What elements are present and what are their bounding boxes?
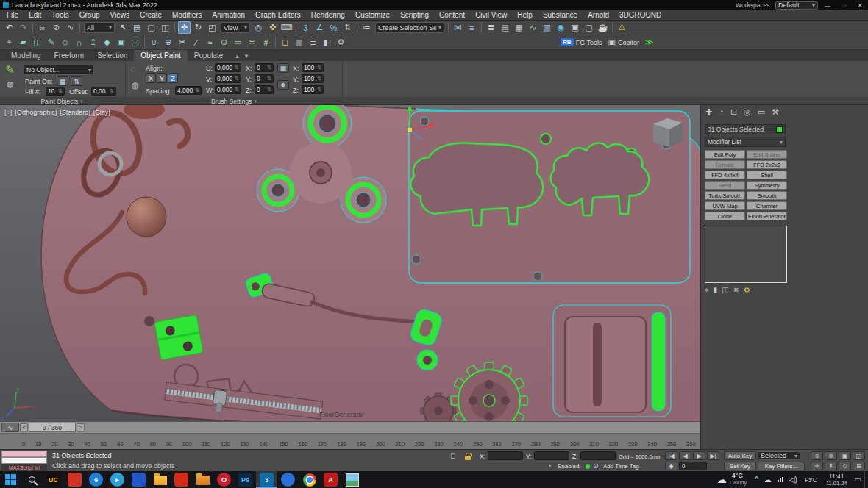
maximize-button[interactable]: □ xyxy=(836,0,852,10)
unlink-selection-icon[interactable]: ⊘ xyxy=(50,21,63,34)
paint-brush-icon[interactable]: ✎ xyxy=(5,63,15,76)
brush-settings-group-label[interactable]: Brush Settings xyxy=(127,97,341,105)
modifier-button-edit-spline[interactable]: Edit Spline xyxy=(747,150,787,159)
photoshop[interactable]: Ps xyxy=(235,471,256,488)
paint-on-grid-icon[interactable]: ▦ xyxy=(57,76,68,86)
cut-tool-icon[interactable]: ✂ xyxy=(176,36,188,49)
paint-on-spinner-icon[interactable]: ⇅ xyxy=(71,76,82,86)
hinge-plate[interactable] xyxy=(154,315,203,359)
spinner-snap-toggle-icon[interactable]: ⇅ xyxy=(341,21,354,34)
viewport-pov-menu[interactable]: [Orthographic] xyxy=(15,109,57,116)
ribbon-tab-freeform[interactable]: Freeform xyxy=(48,50,91,61)
spacing-field[interactable]: 4,000 xyxy=(175,86,202,95)
bind-to-space-warp-icon[interactable]: ∿ xyxy=(64,21,77,34)
network-icon[interactable] xyxy=(775,477,786,482)
weld-tool-icon[interactable]: ∪ xyxy=(148,36,160,49)
make-unique-icon[interactable]: ◫ xyxy=(722,286,728,295)
menu-3dground[interactable]: 3DGROUND xyxy=(614,11,666,19)
modifier-button-ffd-4x4x4[interactable]: FFD 4x4x4 xyxy=(705,171,745,179)
zoom-icon[interactable]: ⊕ xyxy=(811,451,823,460)
menu-edit[interactable]: Edit xyxy=(24,11,46,19)
toggle-scene-explorer-icon[interactable]: ≣ xyxy=(485,21,497,34)
snap-working-pivot-icon[interactable]: ⌖ xyxy=(3,36,15,49)
time-tag-icon[interactable]: ⊙ xyxy=(593,462,599,470)
minimize-button[interactable]: — xyxy=(819,0,836,10)
fill-count-field[interactable]: 10 xyxy=(46,87,65,96)
ribbon-tab-modeling[interactable]: Modeling xyxy=(4,50,48,61)
menu-views[interactable]: Views xyxy=(105,11,135,19)
menu-animation[interactable]: Animation xyxy=(207,11,250,19)
menu-help[interactable]: Help xyxy=(512,11,538,19)
show-end-result-icon[interactable]: ▮ xyxy=(714,286,718,295)
rendered-frame-window-icon[interactable]: ▢ xyxy=(583,21,595,34)
scale-x-field[interactable]: 100 xyxy=(302,63,324,72)
menu-tools[interactable]: Tools xyxy=(46,11,74,19)
named-views-icon[interactable]: ◧ xyxy=(321,36,333,49)
toy-cube[interactable] xyxy=(653,118,683,147)
modifier-button-smooth[interactable]: Smooth xyxy=(747,191,787,200)
edit-named-selection-sets-icon[interactable]: ≔ xyxy=(360,21,373,34)
display-floater-icon[interactable]: ▥ xyxy=(293,36,305,49)
viewport-general-menu[interactable]: [+] xyxy=(4,109,12,116)
modifier-button-symmetry[interactable]: Symmetry xyxy=(747,181,787,190)
curve-editor-icon[interactable]: ∿ xyxy=(527,21,539,34)
menu-group[interactable]: Group xyxy=(74,11,105,19)
3ds-max[interactable]: 3 xyxy=(256,471,277,488)
fill-mode-icon[interactable]: ◍ xyxy=(7,79,14,89)
mini-curve-editor-button[interactable]: ∿ xyxy=(1,423,19,432)
viewport-shading-menu[interactable]: [Standard] xyxy=(60,109,90,116)
hinge-pin[interactable] xyxy=(144,316,154,326)
copitor-button[interactable]: ▣Copitor xyxy=(608,37,639,47)
telegram[interactable]: ▸ xyxy=(107,471,128,488)
render-production-icon[interactable]: ☕ xyxy=(597,21,609,34)
toggle-ribbon-icon[interactable]: ▦ xyxy=(513,21,525,34)
maxscript-mini-input[interactable] xyxy=(1,451,47,457)
modifier-stack-list[interactable] xyxy=(705,226,787,283)
snaps-toggle-icon[interactable]: 3 xyxy=(299,21,312,34)
w-field[interactable]: 0,000 xyxy=(215,85,241,94)
time-slider[interactable]: 0 / 360 xyxy=(29,423,76,432)
clock[interactable]: 11:41 11.01.24 xyxy=(822,473,852,487)
selection-lock-toggle-icon[interactable] xyxy=(465,456,471,460)
warning-icon[interactable]: ⚠ xyxy=(616,21,628,34)
rot-z-field[interactable]: 0 xyxy=(255,85,274,94)
modifier-button-turbosmooth[interactable]: TurboSmooth xyxy=(705,191,745,200)
ribbon-minimize-icon[interactable]: ▴ xyxy=(235,52,239,60)
file-explorer[interactable] xyxy=(149,471,171,488)
modifier-button-bend[interactable]: Bend xyxy=(705,181,745,190)
render-setup-icon[interactable]: ▣ xyxy=(569,21,581,34)
dope-sheet-icon[interactable]: ▥ xyxy=(541,21,553,34)
isolate-selection-icon[interactable]: ◻ xyxy=(279,36,291,49)
brush-size-icon[interactable]: ◍ xyxy=(131,80,138,90)
inset-tool-icon[interactable]: ▣ xyxy=(115,36,127,49)
menu-modifiers[interactable]: Modifiers xyxy=(167,11,207,19)
menu-create[interactable]: Create xyxy=(135,11,167,19)
view-align-icon[interactable]: ≍ xyxy=(246,36,258,49)
menu-rendering[interactable]: Rendering xyxy=(306,11,350,19)
pan-view-icon[interactable]: ✛ xyxy=(811,462,823,470)
orbit-icon[interactable]: ↻ xyxy=(839,462,851,470)
menu-substance[interactable]: Substance xyxy=(538,11,583,19)
object-color-swatch[interactable] xyxy=(776,126,783,133)
workspaces-dropdown[interactable]: Default xyxy=(775,1,818,10)
hidden-icons-icon[interactable]: ^ xyxy=(752,476,761,484)
modifier-button-uvw-map[interactable]: UVW Map xyxy=(705,201,745,210)
motion-tab-icon[interactable]: ◎ xyxy=(744,107,751,117)
modifier-button-extrude[interactable]: Extrude xyxy=(705,160,745,169)
door-plate[interactable] xyxy=(553,305,671,417)
set-key-button[interactable]: Set Key xyxy=(724,462,756,470)
display-tab-icon[interactable]: ▭ xyxy=(758,107,765,117)
start-button[interactable] xyxy=(0,471,21,488)
utilities-tab-icon[interactable]: ⚒ xyxy=(772,107,779,117)
bridge-tool-icon[interactable]: ∩ xyxy=(73,36,85,49)
scale-y-field[interactable]: 100 xyxy=(302,74,324,83)
viewport-shading-mode[interactable]: [Clay] xyxy=(93,109,110,116)
menu-file[interactable]: File xyxy=(1,11,24,19)
show-desktop-button[interactable] xyxy=(864,471,868,488)
isolate-selection-toggle-icon[interactable]: ◻ xyxy=(450,452,455,459)
cloud-sync-icon[interactable]: ☁ xyxy=(761,476,775,484)
select-by-name-icon[interactable]: ▤ xyxy=(131,21,143,34)
selection-name-field[interactable]: 31 Objects Selected xyxy=(705,124,786,134)
chamfer-tool-icon[interactable]: ◇ xyxy=(59,36,71,49)
rot-y-field[interactable]: 0 xyxy=(255,74,274,83)
